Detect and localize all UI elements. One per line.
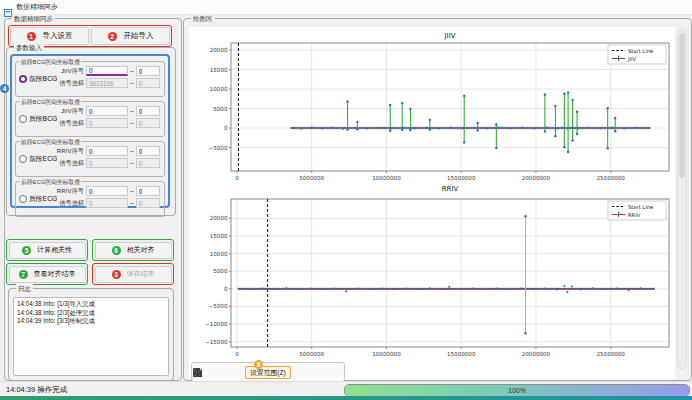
s4-seq-from-input[interactable] — [86, 186, 128, 196]
back-icon[interactable] — [213, 366, 226, 379]
annotation-badge-3: 3 — [112, 270, 121, 279]
taskbar-strip — [0, 396, 692, 400]
annotation-badge-1: 1 — [27, 32, 36, 41]
svg-text:Start Line: Start Line — [628, 204, 653, 210]
log-line: 14:04:38 Info: [2/3]处理完成 — [17, 309, 165, 318]
svg-text:15000000: 15000000 — [447, 351, 476, 357]
param-row: 信号坐标~ — [56, 198, 162, 208]
radio-rear-ecg[interactable] — [19, 195, 27, 203]
set-range-button[interactable]: 8 设置范围(Z) — [245, 366, 291, 379]
param-row: RRIV序号~ — [56, 186, 162, 196]
svg-text:JIIV: JIIV — [627, 56, 637, 63]
radio-front-bcg[interactable] — [19, 75, 27, 83]
s3-coord-from-input[interactable] — [86, 158, 128, 168]
pan-icon[interactable] — [294, 366, 307, 379]
view-align-result-button[interactable]: 7查看对齐结果 — [9, 266, 86, 283]
s1-seq-from-input[interactable] — [86, 66, 128, 76]
field-label: 信号坐标 — [56, 79, 84, 88]
annotation-badge-4: 4 — [0, 84, 9, 93]
param-section-4: 后段ECG区间坐标取值后段ECGRRIV序号~信号坐标~ — [15, 181, 165, 217]
radio-label: 后段ECG — [29, 194, 57, 204]
range-separator: ~ — [130, 200, 134, 207]
log-group-label: 日志 — [16, 284, 33, 293]
param-section-2: 后段BCG区间坐标取值后段BCGJIIV序号~信号坐标~ — [15, 101, 165, 137]
jiiv-chart[interactable]: 0500000010000000150000002000000025000000… — [189, 29, 675, 181]
param-row: 信号坐标~ — [56, 118, 162, 128]
s2-coord-from-input[interactable] — [86, 118, 128, 128]
section-title: 前段BCG区间坐标取值 — [20, 58, 81, 66]
radio-front-ecg[interactable] — [19, 155, 27, 163]
svg-text:10000: 10000 — [210, 86, 228, 92]
radio-group: 前段BCG — [19, 74, 57, 84]
field-label: JIIV序号 — [56, 67, 84, 76]
log-line: 14:04:39 Info: [3/3]绘制完成 — [17, 317, 165, 326]
section-title: 前段ECG区间坐标取值 — [20, 138, 81, 146]
annotation-badge-5: 5 — [22, 246, 31, 255]
annotation-badge-8: 8 — [254, 360, 263, 369]
svg-text:Start Line: Start Line — [628, 48, 653, 54]
compute-correlation-button[interactable]: 5计算相关性 — [9, 242, 86, 259]
set-range-label: 设置范围(Z) — [250, 369, 286, 376]
left-group-label: 数据精细同步 — [12, 14, 55, 23]
correlation-align-button[interactable]: 6相关对齐 — [95, 242, 172, 259]
range-separator: ~ — [130, 108, 134, 115]
radio-group: 前段ECG — [19, 154, 57, 164]
log-list[interactable]: 14:04:38 Info: [1/3]导入完成14:04:38 Info: [… — [13, 297, 169, 376]
start-import-button[interactable]: 2开始导入 — [91, 27, 170, 45]
svg-text:−5000: −5000 — [209, 303, 228, 309]
field-label: JIIV序号 — [56, 107, 84, 116]
button-label: 计算相关性 — [37, 245, 72, 255]
s1-seq-to-input[interactable] — [136, 66, 160, 76]
field-label: 信号坐标 — [56, 159, 84, 168]
rriv-chart[interactable]: 0500000010000000150000002000000025000000… — [189, 181, 675, 365]
svg-text:20000: 20000 — [210, 215, 228, 221]
button-label: 查看对齐结果 — [34, 269, 76, 279]
params-annotated-box: 前段BCG区间坐标取值前段BCGJIIV序号~信号坐标~后段BCG区间坐标取值后… — [10, 54, 170, 208]
svg-text:10000000: 10000000 — [372, 175, 401, 181]
s2-coord-to-input[interactable] — [136, 118, 160, 128]
radio-rear-bcg[interactable] — [19, 115, 27, 123]
s4-seq-to-input[interactable] — [136, 186, 160, 196]
annotation-badge-7: 7 — [19, 270, 28, 279]
s3-coord-to-input[interactable] — [136, 158, 160, 168]
forward-icon[interactable] — [229, 366, 242, 379]
annotation-badge-6: 6 — [112, 246, 121, 255]
s2-seq-to-input[interactable] — [136, 106, 160, 116]
svg-text:5000000: 5000000 — [299, 351, 324, 357]
svg-text:0: 0 — [235, 175, 239, 181]
save-result-button-annotation: 3保存结果 — [92, 263, 174, 285]
svg-text:15000000: 15000000 — [447, 175, 476, 181]
svg-text:5000000: 5000000 — [299, 175, 324, 181]
log-line: 14:04:38 Info: [1/3]导入完成 — [17, 300, 165, 309]
s3-seq-from-input[interactable] — [86, 146, 128, 156]
field-label: 信号坐标 — [56, 199, 84, 208]
app-icon — [4, 3, 12, 11]
param-row: 信号坐标~ — [56, 78, 162, 88]
svg-text:20000: 20000 — [210, 47, 228, 53]
scrollbar-thumb[interactable] — [679, 33, 685, 178]
plot-scrollbar[interactable] — [677, 29, 687, 369]
svg-text:10000000: 10000000 — [372, 351, 401, 357]
svg-text:RRIV: RRIV — [628, 212, 641, 218]
radio-group: 后段BCG — [19, 114, 57, 124]
titlebar: 数据精细同步 — [0, 0, 692, 15]
range-separator: ~ — [130, 80, 134, 87]
svg-text:10000: 10000 — [210, 251, 228, 257]
save-icon[interactable] — [326, 366, 339, 379]
zoom-icon[interactable] — [310, 366, 323, 379]
s4-coord-to-input[interactable] — [136, 198, 160, 208]
s4-coord-from-input[interactable] — [86, 198, 128, 208]
params-group-label: 参数输入 — [14, 43, 44, 52]
s3-seq-to-input[interactable] — [136, 146, 160, 156]
param-row: JIIV序号~ — [56, 66, 162, 76]
save-result-button[interactable]: 3保存结果 — [95, 266, 172, 283]
plot-area-group: 绘图区 050000001000000015000000200000002500… — [183, 18, 692, 381]
radio-label: 前段ECG — [29, 154, 57, 164]
section-title: 后段ECG区间坐标取值 — [20, 178, 81, 186]
svg-text:RRIV: RRIV — [442, 185, 459, 193]
svg-text:20000000: 20000000 — [522, 351, 551, 357]
s1-coord-from-input[interactable] — [86, 78, 128, 88]
button-label: 导入设置 — [43, 31, 73, 41]
s1-coord-to-input[interactable] — [136, 78, 160, 88]
s2-seq-from-input[interactable] — [86, 106, 128, 116]
